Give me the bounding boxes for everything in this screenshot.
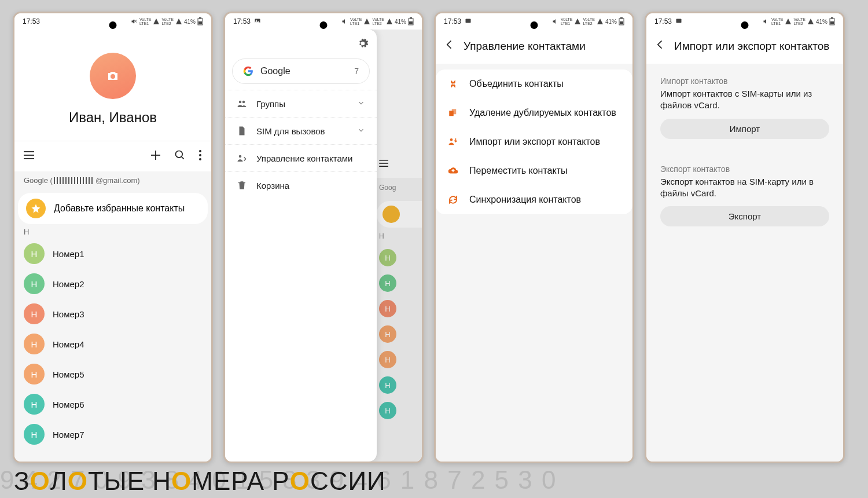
contact-row[interactable]: Н Номер3 [14, 299, 211, 329]
svg-rect-29 [452, 109, 457, 114]
status-time: 17:53 [444, 17, 461, 25]
page-header: Импорт или экспорт контактов [646, 30, 843, 64]
svg-point-11 [199, 154, 201, 156]
chevron-down-icon [357, 99, 365, 109]
signal2-icon [386, 18, 393, 25]
battery-pct: 41% [184, 19, 196, 25]
more-menu-icon[interactable] [198, 149, 202, 163]
profile-header: Иван, Иванов [14, 30, 211, 141]
account-suffix: @gmail.com) [95, 176, 140, 185]
contact-avatar: Н [24, 394, 45, 415]
people-icon [237, 98, 247, 109]
phone-screen-import-export: 17:53 VoLTELTE1 VoLTELTE2 41% Импорт или… [645, 12, 845, 463]
contact-row[interactable]: Н Номер5 [14, 359, 211, 389]
manage-item-label: Синхронизация контактов [469, 195, 581, 205]
phone-screen-contacts: 17:53 VoLTELTE1 VoLTELTE2 41% Иван, Иван… [13, 12, 213, 463]
account-count: 7 [354, 67, 359, 76]
svg-rect-24 [466, 19, 471, 23]
manage-item-label: Переместить контакты [469, 166, 567, 176]
status-bar: 17:53 VoLTELTE1 VoLTELTE2 41% [436, 13, 632, 30]
manage-icon [237, 153, 247, 163]
svg-rect-31 [676, 19, 682, 23]
brand-banner: ЗОЛОТЫЕ НОМЕРА РОССИИ [14, 467, 386, 496]
profile-avatar[interactable] [90, 53, 136, 99]
banner-char: З [14, 467, 30, 495]
manage-item-import-export[interactable]: Импорт или экспорт контактов [436, 127, 632, 156]
phone-screen-manage-contacts: 17:53 VoLTELTE1 VoLTELTE2 41% Управление… [434, 12, 634, 463]
hamburger-menu-icon[interactable] [24, 151, 35, 162]
contact-avatar: Н [24, 303, 45, 324]
contact-avatar: Н [24, 243, 45, 264]
drawer-item-sim[interactable]: SIM для вызовов [225, 117, 377, 144]
contact-avatar: Н [24, 364, 45, 385]
contact-avatar: Н [24, 334, 45, 354]
camera-hole-icon [531, 21, 538, 29]
contact-row[interactable]: Н Номер7 [14, 419, 211, 449]
contact-avatar: Н [24, 424, 45, 445]
favorites-label: Добавьте избранные контакты [54, 203, 185, 214]
drawer-item-label: Группы [256, 99, 285, 109]
star-icon [26, 199, 46, 218]
import-heading: Импорт контактов [646, 68, 843, 88]
svg-point-8 [176, 151, 183, 158]
back-icon[interactable] [444, 39, 455, 53]
import-description: Импорт контактов с SIM-карты или из файл… [646, 88, 843, 119]
status-time: 17:53 [23, 17, 40, 25]
import-button[interactable]: Импорт [660, 119, 829, 139]
svg-point-21 [239, 101, 242, 104]
gear-icon[interactable] [357, 41, 369, 51]
status-right: VoLTELTE1 VoLTELTE2 41% [341, 17, 414, 25]
page-header: Управление контактами [436, 30, 632, 64]
chevron-down-icon [357, 126, 365, 136]
status-bar: 17:53 VoLTELTE1 VoLTELTE2 41% [646, 13, 843, 30]
contact-row[interactable]: Н Номер2 [14, 269, 211, 299]
sim-icon [237, 126, 247, 136]
battery-icon [408, 17, 414, 25]
export-description: Экспорт контактов на SIM-карту или в фай… [646, 176, 843, 207]
screen3-content: Управление контактами Объединить контакт… [436, 30, 632, 462]
drawer-item-people[interactable]: Группы [225, 90, 377, 117]
manage-item-cloud-move[interactable]: Переместить контакты [436, 156, 632, 185]
svg-line-9 [182, 157, 184, 159]
contacts-toolbar [14, 141, 211, 171]
cloud-move-icon [447, 166, 459, 176]
manage-item-merge[interactable]: Объединить контакты [436, 69, 632, 98]
add-favorites-row[interactable]: Добавьте избранные контакты [18, 193, 208, 224]
signal2-icon [175, 18, 182, 25]
svg-point-23 [239, 155, 242, 158]
manage-item-sync[interactable]: Синхронизация контактов [436, 185, 632, 214]
signal-icon [153, 18, 160, 25]
signal-icon [363, 18, 370, 25]
manage-item-dedup[interactable]: Удаление дублируемых контактов [436, 98, 632, 127]
contact-name: Номер1 [53, 249, 84, 259]
svg-rect-2 [198, 21, 202, 24]
drawer-item-label: SIM для вызовов [256, 126, 325, 136]
contact-row[interactable]: Н Номер4 [14, 329, 211, 359]
search-icon[interactable] [174, 149, 186, 163]
lte-label: VoLTELTE1 [139, 17, 152, 25]
profile-name: Иван, Иванов [14, 109, 211, 126]
gallery-status-icon [465, 17, 472, 26]
banner-char: ССИИ [310, 467, 386, 495]
svg-point-14 [256, 20, 257, 21]
drawer-item-manage[interactable]: Управление контактами [225, 144, 377, 171]
add-contact-icon[interactable] [150, 149, 161, 163]
trash-icon [237, 180, 247, 191]
drawer-item-trash[interactable]: Корзина [225, 171, 377, 199]
contact-name: Номер6 [53, 400, 84, 409]
status-bar: 17:53 VoLTELTE1 VoLTELTE2 41% [225, 13, 422, 30]
merge-icon [447, 79, 459, 89]
account-email-line[interactable]: Google ( @gmail.com) [14, 171, 211, 189]
manage-item-label: Объединить контакты [469, 79, 564, 89]
battery-icon [197, 17, 203, 25]
google-logo-icon [243, 66, 253, 76]
export-button[interactable]: Экспорт [660, 206, 829, 226]
svg-point-22 [242, 101, 245, 104]
contact-row[interactable]: Н Номер1 [14, 239, 211, 269]
svg-rect-17 [409, 21, 413, 24]
contact-row[interactable]: Н Номер6 [14, 389, 211, 419]
account-name: Google [260, 66, 290, 76]
back-icon[interactable] [654, 39, 666, 53]
contact-name: Номер3 [53, 309, 84, 319]
account-chip[interactable]: Google 7 [232, 58, 370, 84]
